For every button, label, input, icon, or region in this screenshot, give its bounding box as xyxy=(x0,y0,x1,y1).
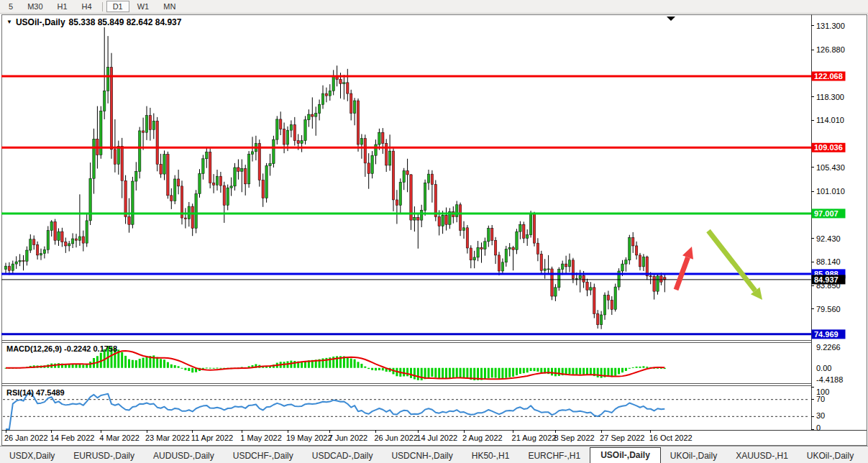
macd-histogram-bar xyxy=(434,368,437,377)
candle-body xyxy=(343,83,345,84)
candle-body xyxy=(174,179,176,201)
tab-eurusd-daily[interactable]: EURUSD-,Daily xyxy=(64,449,144,463)
macd-histogram-bar xyxy=(188,368,190,371)
period-button-h1[interactable]: H1 xyxy=(51,1,74,12)
candle-body xyxy=(26,250,28,261)
tab-usdcad-daily[interactable]: USDCAD-,Daily xyxy=(303,449,383,463)
tab-usdx-daily[interactable]: USDX,Daily xyxy=(0,449,64,463)
candle-body xyxy=(347,83,349,93)
macd-indicator-label: MACD(12,26,9) -0.2242 0.1758 xyxy=(6,344,117,353)
macd-histogram-bar xyxy=(410,368,412,378)
candle-body xyxy=(195,194,197,229)
tab-ukoil-daily[interactable]: UKOil-,Daily xyxy=(798,449,863,463)
candle-body xyxy=(565,264,567,267)
candle-body xyxy=(491,229,493,241)
tab-audusd-daily[interactable]: AUDUSD-,Daily xyxy=(144,449,224,463)
rsi-tick-label: 30 xyxy=(816,411,825,420)
date-tick-label: 11 Apr 2022 xyxy=(191,434,234,442)
macd-histogram-bar xyxy=(146,357,148,368)
period-button-h4[interactable]: H4 xyxy=(76,1,99,12)
candle-body xyxy=(293,125,296,141)
candle-body xyxy=(258,143,260,180)
chart-ohlc-values: 85.338 85.849 82.642 84.937 xyxy=(69,17,182,27)
candle-body xyxy=(611,300,613,309)
candle-body xyxy=(480,247,483,249)
period-button-5[interactable]: 5 xyxy=(2,1,19,12)
candle-body xyxy=(519,224,521,232)
macd-histogram-bar xyxy=(371,368,373,370)
candle-body xyxy=(75,239,77,240)
candle-body xyxy=(308,114,310,120)
macd-histogram-bar xyxy=(460,368,462,378)
macd-histogram-bar xyxy=(530,368,532,371)
macd-histogram-bar xyxy=(364,367,366,368)
chart-title: ▼ USOil-,Daily 85.338 85.849 82.642 84.9… xyxy=(6,17,181,27)
candle-body xyxy=(124,180,127,216)
candle-body xyxy=(93,139,95,178)
period-button-mn[interactable]: MN xyxy=(157,1,182,12)
candle-body xyxy=(104,91,106,111)
candle-body xyxy=(625,260,627,264)
candle-body xyxy=(414,217,416,220)
candle-body xyxy=(403,171,405,183)
chart-canvas[interactable]: 131.300126.880118.300114.010105.430101.0… xyxy=(0,14,868,446)
candle-body xyxy=(523,224,525,238)
candle-body xyxy=(311,114,314,116)
candle-body xyxy=(135,171,137,181)
tab-scroll-left-icon[interactable]: ◄ xyxy=(863,450,868,463)
candle-body xyxy=(58,232,60,240)
candle-body xyxy=(301,141,303,144)
candle-body xyxy=(660,276,662,282)
candle-body xyxy=(86,221,88,243)
macd-histogram-bar xyxy=(554,368,557,377)
chart-dropdown-icon[interactable]: ▼ xyxy=(6,19,12,25)
candle-body xyxy=(572,260,574,279)
candle-body xyxy=(586,282,588,290)
candle-body xyxy=(68,244,70,246)
tab-usdchf-daily[interactable]: USDCHF-,Daily xyxy=(224,449,303,463)
tab-eurchf-h1[interactable]: EURCHF-,H1 xyxy=(518,449,590,463)
candle-body xyxy=(247,155,250,184)
candle-body xyxy=(33,239,35,245)
price-label-text: 74.969 xyxy=(814,330,839,339)
tab-xauusd-h1[interactable]: XAUUSD-,H1 xyxy=(726,449,798,463)
macd-histogram-bar xyxy=(456,368,458,377)
tab-ukoil-daily[interactable]: UKOil-,Daily xyxy=(661,449,726,463)
candle-body xyxy=(276,119,278,139)
date-tick-label: 21 Aug 2022 xyxy=(512,434,557,442)
period-button-d1[interactable]: D1 xyxy=(106,1,129,12)
candle-body xyxy=(508,247,511,249)
candle-body xyxy=(269,164,271,166)
candle-body xyxy=(167,155,169,196)
candle-body xyxy=(501,262,503,271)
candle-body xyxy=(121,146,123,180)
date-tick-label: 8 Sep 2022 xyxy=(554,434,594,442)
candle-body xyxy=(209,152,211,183)
period-button-w1[interactable]: W1 xyxy=(131,1,156,12)
candle-body xyxy=(600,315,602,325)
macd-histogram-bar xyxy=(642,366,644,367)
candle-body xyxy=(280,119,282,129)
candle-body xyxy=(424,183,426,210)
macd-histogram-bar xyxy=(89,362,91,368)
candle-body xyxy=(332,76,334,91)
tab-usdcnh-daily[interactable]: USDCNH-,Daily xyxy=(382,449,462,463)
period-button-m30[interactable]: M30 xyxy=(21,1,49,12)
candle-body xyxy=(117,146,119,164)
macd-name: MACD(12,26,9) xyxy=(6,344,62,353)
date-tick-label: 27 Sep 2022 xyxy=(600,434,644,442)
candle-body xyxy=(459,205,461,231)
chart-background xyxy=(1,14,867,445)
tab-hk50-h1[interactable]: HK50-,H1 xyxy=(462,449,519,463)
macd-histogram-bar xyxy=(590,368,592,375)
candle-body xyxy=(607,295,609,301)
candle-body xyxy=(371,155,373,173)
candle-body xyxy=(529,214,531,235)
candle-body xyxy=(434,185,437,217)
macd-histogram-bar xyxy=(484,368,486,380)
date-tick-label: 14 Jul 2022 xyxy=(416,434,457,442)
macd-histogram-bar xyxy=(170,365,173,368)
candle-body xyxy=(106,68,109,91)
macd-histogram-bar xyxy=(124,356,127,368)
tab-usoil-daily[interactable]: USOil-,Daily xyxy=(590,447,661,463)
